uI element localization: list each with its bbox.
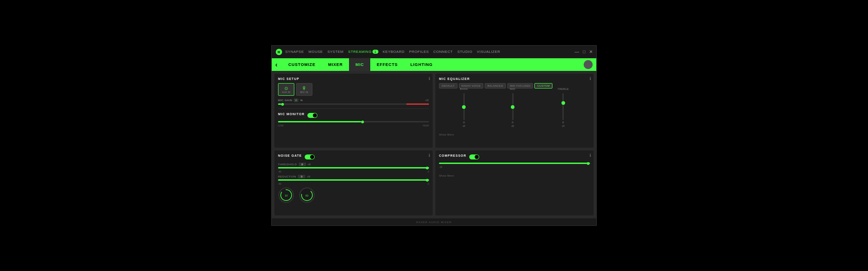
mic-setup-info-icon[interactable]: ℹ xyxy=(429,76,430,81)
threshold-slider-track[interactable] xyxy=(278,167,429,168)
gain-label-text: MIC GAIN xyxy=(278,99,292,102)
mic-in-label: MIC IN xyxy=(300,91,308,93)
compressor-show-more[interactable]: Show More xyxy=(439,174,454,177)
gain-slider-fill xyxy=(278,103,281,105)
monitor-slider-track[interactable] xyxy=(278,121,429,122)
close-button[interactable]: ✕ xyxy=(589,49,593,54)
threshold-max-label: 0 xyxy=(428,170,429,173)
monitor-slider-thumb[interactable] xyxy=(361,121,364,123)
eq-band-treble: TREBLE 0 dB xyxy=(557,88,569,127)
noise-gate-panel: NOISE GATE ℹ THRESHOLD 0 dB xyxy=(274,150,433,215)
title-bar-nav: SYNAPSE MOUSE SYSTEM STREAMING 1 KEYBOAR… xyxy=(285,50,575,54)
compressor-info-icon[interactable]: ℹ xyxy=(590,153,591,158)
nav-synapse[interactable]: SYNAPSE xyxy=(285,50,304,54)
threshold-min-label: -60 xyxy=(278,170,281,173)
tab-lighting[interactable]: LIGHTING xyxy=(404,58,439,71)
eq-band-mid: MID 0 dB xyxy=(510,88,515,127)
gain-slider-red xyxy=(406,103,429,105)
preset-default[interactable]: DEFAULT xyxy=(439,83,458,89)
threshold-row: THRESHOLD 0 dB -60 0 xyxy=(278,163,429,173)
knob-2[interactable]: 62 xyxy=(299,187,315,203)
reduction-max-label: 0 xyxy=(428,182,429,185)
threshold-thumb[interactable] xyxy=(426,167,429,169)
gain-db-label: dB xyxy=(425,99,429,102)
preset-custom[interactable]: CUSTOM xyxy=(534,83,552,89)
eq-bass-slider[interactable] xyxy=(463,93,465,120)
nav-studio[interactable]: STUDIO xyxy=(458,50,472,54)
maximize-button[interactable]: □ xyxy=(583,49,585,54)
compressor-thumb[interactable] xyxy=(587,162,590,165)
nav-mouse[interactable]: MOUSE xyxy=(308,50,323,54)
eq-treble-label: TREBLE xyxy=(557,88,569,90)
eq-show-more[interactable]: Show More xyxy=(439,133,454,136)
knob-row: 10 62 xyxy=(278,187,429,205)
mic-in-button[interactable]: 🎙 MIC IN xyxy=(296,83,312,96)
eq-treble-thumb[interactable] xyxy=(561,101,565,105)
nav-keyboard[interactable]: KEYBOARD xyxy=(383,50,405,54)
reduction-min-label: -60 xyxy=(278,182,281,185)
razer-logo: R xyxy=(275,48,283,56)
title-bar: R SYNAPSE MOUSE SYSTEM STREAMING 1 KEYBO… xyxy=(272,46,596,58)
knob-1[interactable]: 10 xyxy=(278,187,294,203)
reduction-label-row: REDUCTION 0 dB xyxy=(278,175,429,178)
reduction-slider-track[interactable] xyxy=(278,179,429,181)
eq-mid-thumb[interactable] xyxy=(511,105,514,109)
tab-effects[interactable]: EFFECTS xyxy=(370,58,404,71)
mic-eq-info-icon[interactable]: ℹ xyxy=(590,76,591,81)
gain-slider-thumb[interactable] xyxy=(281,103,284,106)
monitor-high-label: HIGH xyxy=(423,124,429,127)
mic-monitor-toggle[interactable] xyxy=(307,113,317,118)
threshold-slider-container xyxy=(278,167,429,168)
noise-gate-toggle-row: NOISE GATE xyxy=(278,154,429,160)
tab-back-button[interactable]: ‹ xyxy=(275,61,278,68)
gain-slider-container xyxy=(278,103,429,105)
noise-gate-title: NOISE GATE xyxy=(278,154,302,157)
eq-band-bass: BASS 0 dB xyxy=(460,88,468,127)
gain-value: 0 xyxy=(294,98,298,102)
eq-bass-value: 0 xyxy=(463,121,465,124)
nav-connect[interactable]: CONNECT xyxy=(434,50,453,54)
content-area: MIC SETUP ℹ ⊙ AUX IN 🎙 MIC IN MIC GAIN 0… xyxy=(272,71,596,218)
mic-in-icon: 🎙 xyxy=(302,86,307,91)
tab-mixer[interactable]: MIXER xyxy=(322,58,349,71)
mic-setup-panel: MIC SETUP ℹ ⊙ AUX IN 🎙 MIC IN MIC GAIN 0… xyxy=(274,74,433,148)
reduction-thumb[interactable] xyxy=(426,179,429,182)
preset-balanced[interactable]: BALANCED xyxy=(485,83,506,89)
noise-gate-info-icon[interactable]: ℹ xyxy=(429,153,430,158)
monitor-slider-container xyxy=(278,121,429,122)
knob-2-container: 62 xyxy=(299,187,315,205)
gain-slider-track[interactable] xyxy=(278,103,429,105)
eq-bass-label: BASS xyxy=(460,88,468,90)
compressor-slider xyxy=(439,163,590,164)
mic-setup-title: MIC SETUP xyxy=(278,77,429,80)
nav-visualizer[interactable]: VISUALIZER xyxy=(477,50,500,54)
minimize-button[interactable]: — xyxy=(575,49,579,54)
eq-bass-thumb[interactable] xyxy=(462,105,466,109)
nav-system[interactable]: SYSTEM xyxy=(327,50,344,54)
monitor-slider-labels: LOW HIGH xyxy=(278,124,429,127)
streaming-badge: 1 xyxy=(373,50,378,54)
reduction-unit: dB xyxy=(307,175,310,178)
nav-streaming[interactable]: STREAMING xyxy=(348,50,372,54)
noise-gate-toggle[interactable] xyxy=(305,154,315,159)
user-avatar[interactable] xyxy=(584,60,593,69)
compressor-slider-track[interactable] xyxy=(439,163,590,164)
footer-text: RAZER AUDIO MIXER xyxy=(416,221,452,224)
tab-bar: ‹ CUSTOMIZE MIXER MIC EFFECTS LIGHTING xyxy=(272,58,596,71)
tab-mic[interactable]: MIC xyxy=(349,58,370,71)
eq-mid-slider[interactable] xyxy=(512,93,514,120)
eq-treble-slider[interactable] xyxy=(562,93,564,120)
threshold-unit: dB xyxy=(308,163,311,166)
mic-monitor-toggle-row: MIC MONITOR xyxy=(278,112,429,118)
tab-customize[interactable]: CUSTOMIZE xyxy=(282,58,322,71)
reduction-endpoints: -60 0 xyxy=(278,182,429,185)
aux-in-button[interactable]: ⊙ AUX IN xyxy=(278,83,294,96)
mic-monitor-toggle-thumb xyxy=(313,113,317,117)
threshold-endpoints: -60 0 xyxy=(278,170,429,173)
compressor-toggle[interactable] xyxy=(469,154,479,159)
nav-profiles[interactable]: PROFILES xyxy=(409,50,429,54)
compressor-panel: COMPRESSOR ℹ -38 Show More xyxy=(435,150,594,215)
gain-label-row: MIC GAIN 0 % dB xyxy=(278,98,429,102)
aux-in-label: AUX IN xyxy=(282,91,290,93)
monitor-slider-fill xyxy=(278,121,361,122)
